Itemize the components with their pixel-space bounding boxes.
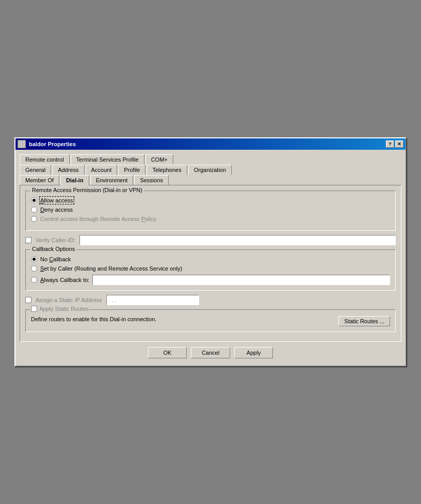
static-ip-input[interactable]: . . . (106, 295, 199, 305)
verify-caller-checkbox[interactable] (25, 237, 31, 243)
static-ip-row: Assign a Static IP Address . . . (25, 295, 396, 305)
apply-static-label: Apply Static Routes (30, 306, 90, 312)
allow-access-radio[interactable] (31, 197, 37, 203)
remote-access-group: Remote Access Permission (Dial-in or VPN… (25, 191, 396, 231)
deny-access-radio[interactable] (31, 207, 37, 213)
allow-access-label: Allow access (40, 197, 73, 203)
tab-dial-in[interactable]: Dial-in (60, 175, 89, 185)
static-routes-button[interactable]: Static Routes ... (338, 316, 390, 326)
tab-row-1: Remote control Terminal Services Profile… (20, 154, 401, 164)
apply-static-routes-checkbox[interactable] (31, 306, 37, 312)
control-access-label: Control access through Remote Access Pol… (40, 216, 156, 222)
tab-telephones[interactable]: Telephones (147, 165, 187, 175)
always-callback-input[interactable] (92, 275, 390, 285)
static-routes-row: Define routes to enable for this Dial-in… (31, 316, 390, 326)
remote-access-group-label: Remote Access Permission (Dial-in or VPN… (30, 187, 144, 193)
no-callback-radio-item[interactable]: No Callback (31, 256, 390, 262)
verify-caller-input[interactable] (79, 235, 396, 245)
tab-com[interactable]: COM+ (145, 154, 173, 165)
set-by-caller-radio-item[interactable]: Set by Caller (Routing and Remote Access… (31, 265, 390, 272)
tab-member-of[interactable]: Member Of (20, 175, 59, 185)
deny-access-label: Deny access (40, 207, 73, 213)
ok-button[interactable]: OK (148, 347, 187, 358)
title-bar-controls: ? ✕ (386, 140, 403, 148)
static-ip-label: Assign a Static IP Address (36, 297, 102, 303)
bottom-buttons: OK Cancel Apply (20, 342, 401, 361)
tab-account[interactable]: Account (86, 165, 118, 175)
apply-static-routes-label-text: Apply Static Routes (39, 306, 89, 312)
static-ip-checkbox[interactable] (25, 297, 31, 303)
tab-remote-control[interactable]: Remote control (20, 154, 70, 165)
set-by-caller-radio[interactable] (31, 265, 37, 272)
control-access-radio[interactable] (31, 216, 37, 222)
tab-environment[interactable]: Environment (90, 175, 134, 185)
title-bar-text: baldor Properties (18, 140, 76, 148)
no-callback-radio[interactable] (31, 256, 37, 262)
allow-access-radio-item[interactable]: Allow access (31, 197, 390, 203)
cancel-button[interactable]: Cancel (191, 347, 230, 358)
tab-sessions[interactable]: Sessions (134, 175, 169, 185)
static-routes-description: Define routes to enable for this Dial-in… (31, 316, 156, 322)
always-callback-radio[interactable] (31, 277, 37, 283)
tab-general[interactable]: General (20, 165, 51, 175)
tab-profile[interactable]: Profile (118, 165, 145, 175)
always-callback-label: Always Callback to: (40, 277, 89, 283)
window-icon (18, 140, 26, 148)
tab-row-2: General Address Account Profile Telephon… (20, 164, 401, 175)
callback-group-label: Callback Options (30, 246, 77, 252)
tab-row-3: Member Of Dial-in Environment Sessions (20, 175, 401, 185)
callback-group: Callback Options No Callback Set by Call… (25, 249, 396, 291)
tab-organization[interactable]: Organization (188, 165, 232, 175)
apply-button[interactable]: Apply (234, 347, 273, 358)
no-callback-label: No Callback (40, 256, 71, 262)
verify-caller-label: Verify Caller-ID: (36, 237, 75, 243)
set-by-caller-label: Set by Caller (Routing and Remote Access… (40, 265, 182, 272)
tab-terminal-services[interactable]: Terminal Services Profile (71, 154, 144, 165)
close-button[interactable]: ✕ (395, 140, 403, 148)
properties-dialog: baldor Properties ? ✕ Remote control Ter… (14, 137, 407, 367)
always-callback-row: Always Callback to: (31, 275, 390, 285)
verify-caller-row: Verify Caller-ID: (25, 235, 396, 245)
title-bar: baldor Properties ? ✕ (15, 138, 406, 150)
apply-static-routes-group: Apply Static Routes Define routes to ena… (25, 309, 396, 332)
help-button[interactable]: ? (386, 140, 394, 148)
tab-address[interactable]: Address (52, 165, 84, 175)
tab-content: Remote Access Permission (Dial-in or VPN… (20, 185, 401, 342)
deny-access-radio-item[interactable]: Deny access (31, 207, 390, 213)
control-access-radio-item[interactable]: Control access through Remote Access Pol… (31, 216, 390, 222)
window-body: Remote control Terminal Services Profile… (15, 150, 406, 366)
